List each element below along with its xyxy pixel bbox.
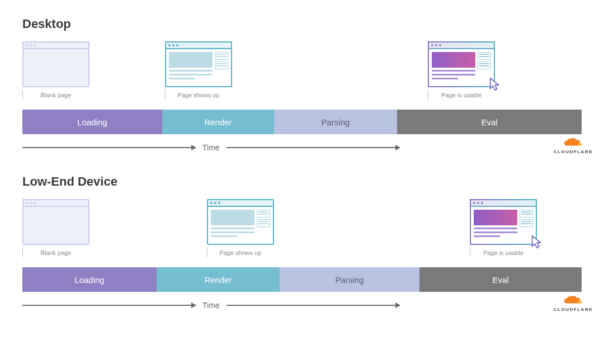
browser-titlebar (471, 200, 536, 207)
phase-parsing: Parsing (280, 267, 419, 292)
phase-eval: Eval (419, 267, 582, 292)
phase-loading: Loading (22, 110, 162, 134)
section-title: Desktop (22, 17, 582, 31)
text-line (169, 74, 213, 75)
text-line (432, 74, 475, 75)
browser-frame (22, 41, 89, 87)
hero-block (474, 210, 517, 225)
cursor-icon (487, 76, 504, 93)
axis-label: Time (202, 301, 220, 310)
browser-row: Blank page Page shows up (22, 199, 582, 266)
browser-titlebar (429, 42, 494, 49)
text-line (432, 78, 458, 79)
time-axis: Time (22, 301, 582, 310)
brand-text: CLOUDFLARE (554, 307, 593, 312)
side-widget (520, 210, 533, 218)
timeline-bar: LoadingRenderParsingEval (22, 267, 582, 292)
brand-text: CLOUDFLARE (554, 149, 593, 154)
text-line (169, 78, 195, 79)
hero-block (211, 210, 254, 225)
browser-body (166, 49, 231, 86)
browser-frame (428, 41, 495, 87)
browser-body (471, 207, 536, 244)
brand-logo: CLOUDFLARE (554, 137, 593, 154)
browser-window-blank: Blank page (22, 199, 89, 256)
browser-row: Blank page Page shows up (22, 41, 582, 108)
browser-caption: Blank page (22, 249, 89, 256)
browser-window-usable: Page is usable (470, 199, 537, 256)
timeline-bar: LoadingRenderParsingEval (22, 110, 582, 134)
side-widget (215, 52, 228, 60)
axis-label: Time (202, 143, 220, 152)
browser-window-render: Page shows up (165, 41, 232, 98)
browser-body (208, 207, 273, 244)
text-line (211, 228, 254, 229)
phase-render: Render (162, 110, 274, 134)
phase-eval: Eval (397, 110, 582, 134)
browser-caption: Page is usable (428, 92, 495, 98)
cloudflare-logo-icon (562, 295, 584, 306)
diagram-section: Low-End Device Blank page (22, 174, 582, 310)
browser-titlebar (166, 42, 231, 49)
browser-body (23, 207, 88, 244)
browser-window-blank: Blank page (22, 41, 89, 98)
text-line (474, 235, 500, 237)
text-line (169, 70, 213, 72)
text-line (474, 228, 517, 229)
phase-render: Render (157, 267, 280, 292)
diagram-section: Desktop Blank page (22, 17, 582, 152)
browser-frame (22, 199, 89, 245)
side-widget (257, 210, 270, 218)
brand-logo: CLOUDFLARE (554, 295, 593, 312)
browser-caption: Blank page (22, 92, 89, 98)
browser-titlebar (23, 200, 88, 207)
text-line (211, 231, 254, 233)
browser-caption: Page shows up (165, 92, 232, 98)
browser-frame (207, 199, 274, 245)
browser-window-render: Page shows up (207, 199, 274, 256)
side-widget (520, 219, 533, 227)
browser-frame (470, 199, 537, 245)
phase-loading: Loading (22, 267, 157, 292)
browser-body (23, 49, 88, 86)
hero-block (432, 52, 475, 68)
browser-caption: Page is usable (470, 249, 537, 256)
browser-titlebar (23, 42, 88, 49)
time-axis: Time (22, 143, 582, 152)
browser-body (429, 49, 494, 86)
section-title: Low-End Device (22, 174, 582, 189)
hero-block (169, 52, 213, 68)
side-widget (215, 62, 228, 69)
text-line (432, 70, 475, 72)
phase-parsing: Parsing (274, 110, 397, 134)
cursor-icon (529, 234, 546, 250)
browser-caption: Page shows up (207, 249, 274, 256)
side-widget (478, 62, 491, 69)
browser-titlebar (208, 200, 273, 207)
text-line (474, 231, 517, 233)
side-widget (478, 52, 491, 60)
browser-window-usable: Page is usable (428, 41, 495, 98)
text-line (211, 235, 237, 237)
cloudflare-logo-icon (562, 137, 584, 148)
browser-frame (165, 41, 232, 87)
side-widget (257, 219, 270, 227)
